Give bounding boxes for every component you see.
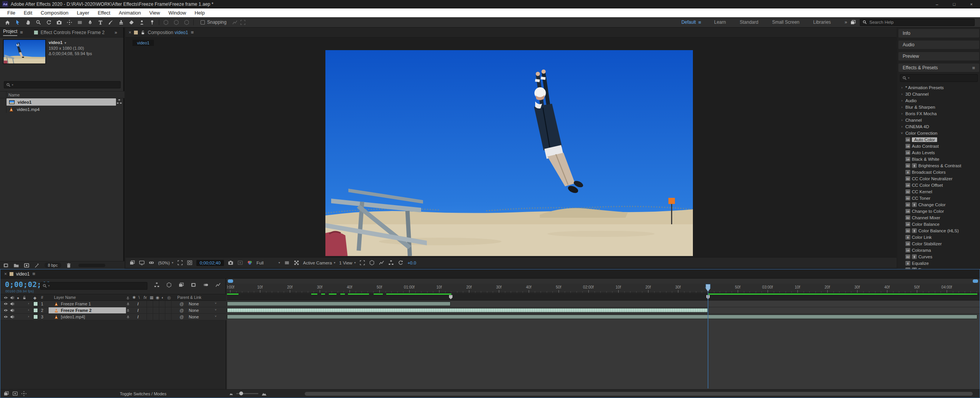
layer-label-color-chip[interactable] — [33, 302, 38, 306]
resolution-dropdown[interactable]: Full▾ — [256, 261, 280, 265]
toggle-switches-modes-button[interactable]: Toggle Switches / Modes — [115, 391, 171, 397]
tool-eraser[interactable] — [126, 18, 137, 27]
new-composition-icon[interactable] — [24, 263, 29, 268]
effects-group[interactable]: › Blur & Sharpen — [898, 104, 980, 110]
chevron-right-icon[interactable]: › — [900, 86, 904, 90]
comp-tab-close-icon[interactable]: × — [129, 30, 131, 35]
parent-link-column-header[interactable]: Parent & Link — [177, 295, 201, 300]
comp-panel-menu-icon[interactable]: ≡ — [191, 29, 194, 35]
close-button[interactable]: × — [963, 0, 980, 8]
layer-name[interactable]: [video1.mp4] — [61, 315, 85, 319]
layer-audio-speaker-icon[interactable] — [10, 308, 15, 313]
tool-axis-local[interactable] — [161, 18, 171, 27]
tool-puppet-pin[interactable] — [147, 18, 157, 27]
expand-layer-switches-icon[interactable] — [3, 391, 9, 396]
minimize-button[interactable]: – — [928, 0, 946, 8]
zoom-slider-track[interactable] — [236, 393, 258, 394]
layer-label-color-chip[interactable] — [33, 315, 38, 319]
layer-audio-speaker-icon[interactable] — [10, 302, 15, 306]
workspace-small-screen[interactable]: Small Screen — [768, 20, 809, 25]
effect-item[interactable]: 16 Change to Color — [898, 208, 980, 214]
menu-animation[interactable]: Animation — [114, 8, 145, 17]
layer-name-column-header[interactable]: Layer Name — [54, 295, 76, 300]
workspace-overflow-chevrons[interactable]: » — [844, 20, 846, 25]
motion-blur-column-icon[interactable]: ◉ — [156, 295, 159, 300]
layer-name[interactable]: Freeze Frame 1 — [61, 302, 91, 306]
draft-3d-icon[interactable] — [166, 282, 172, 288]
effect-item[interactable]: 32 CC Toner — [898, 195, 980, 201]
effects-group[interactable]: › CINEMA 4D — [898, 123, 980, 130]
panel-preview[interactable]: Preview — [898, 52, 979, 60]
expand-in-out-panes-icon[interactable] — [21, 391, 27, 396]
effects-group[interactable]: › * Animation Presets — [898, 84, 980, 91]
layer-audio-speaker-icon[interactable] — [10, 315, 15, 319]
layer-quality-sampling-icon[interactable] — [126, 308, 130, 312]
share-view-icon[interactable] — [359, 260, 365, 266]
snap-bounds-icon[interactable] — [240, 20, 246, 25]
tool-camera[interactable] — [54, 18, 64, 27]
pixel-aspect-icon[interactable] — [379, 260, 384, 266]
region-of-interest-icon[interactable] — [177, 260, 183, 266]
effect-item[interactable]: 16 CC Color Offset — [898, 182, 980, 188]
layer-quality-icon[interactable]: / — [137, 302, 139, 306]
tool-axis-world[interactable] — [171, 18, 181, 27]
project-item-name[interactable]: video1 ▼ — [49, 40, 67, 45]
bit-depth-label[interactable]: 8 bpc — [44, 263, 61, 268]
timeline-horizontal-scrollbar[interactable] — [305, 392, 973, 396]
workspace-libraries[interactable]: Libraries — [809, 20, 841, 25]
layer-duration-bar[interactable] — [227, 302, 451, 306]
primary-viewer-icon[interactable] — [139, 260, 145, 266]
layer-video-eye-icon[interactable] — [3, 315, 8, 319]
tool-selection[interactable] — [13, 18, 23, 27]
layer-duration-bar[interactable] — [227, 315, 977, 319]
tool-brush[interactable] — [106, 18, 116, 27]
graph-editor-icon[interactable] — [215, 282, 221, 288]
menu-view[interactable]: View — [145, 8, 164, 17]
layer-expand-arrow-icon[interactable]: › — [28, 302, 29, 305]
workspace-learn[interactable]: Learn — [710, 20, 736, 25]
color-settings-icon[interactable] — [34, 263, 40, 268]
effects-group[interactable]: › Audio — [898, 97, 980, 104]
effect-item[interactable]: 32 Curves — [898, 253, 980, 260]
zoom-slider-knob[interactable] — [239, 391, 243, 395]
layer-expand-arrow-icon[interactable]: › — [28, 308, 29, 312]
tool-pan-behind[interactable] — [64, 18, 75, 27]
show-snapshot-icon[interactable] — [237, 260, 243, 266]
parent-pickwhip-icon[interactable]: @ — [180, 308, 184, 313]
tool-rotate[interactable] — [44, 18, 54, 27]
layer-row[interactable]: › 1 Freeze Frame 1 / @ None ˅ — [0, 301, 226, 307]
tool-clone-stamp[interactable] — [116, 18, 126, 27]
panel-audio[interactable]: Audio — [898, 41, 979, 49]
effect-item[interactable]: 16 Auto Levels — [898, 149, 980, 156]
tool-zoom[interactable] — [33, 18, 44, 27]
composition-mini-flowchart-icon[interactable] — [154, 282, 160, 288]
effect-item[interactable]: 32 Channel Mixer — [898, 214, 980, 221]
workspace-menu-icon[interactable]: ≡ — [698, 20, 701, 25]
effects-group[interactable]: › 3D Channel — [898, 91, 980, 97]
layer-label-color-chip[interactable] — [33, 308, 38, 313]
view-layout-dropdown[interactable]: 1 View▾ — [339, 261, 356, 265]
effect-item[interactable]: 32 Change Color — [898, 201, 980, 208]
menu-help[interactable]: Help — [190, 8, 209, 17]
exposure-value[interactable]: +0.0 — [407, 261, 416, 265]
menu-window[interactable]: Window — [164, 8, 190, 17]
chevron-down-icon[interactable]: ˅ — [215, 308, 217, 312]
footer-scrollbar[interactable] — [78, 264, 105, 267]
layer-row[interactable]: › 2 Freeze Frame 2 / @ None ˅ — [0, 307, 226, 314]
adjust-exposure-icon[interactable] — [398, 260, 403, 266]
playhead-line[interactable] — [708, 284, 708, 388]
effect-item[interactable]: 32 Color Balance (HLS) — [898, 227, 980, 234]
effect-item[interactable]: 32 CC Color Neutralizer — [898, 175, 980, 182]
project-name-column-header[interactable]: Name — [0, 91, 124, 98]
layer-video-eye-icon[interactable] — [3, 302, 8, 306]
effect-item[interactable]: 16 Color Stabilizer — [898, 240, 980, 247]
zoom-in-mountain-icon[interactable] — [261, 391, 267, 396]
time-navigator-end-handle[interactable] — [973, 279, 978, 283]
chevron-down-icon[interactable]: ˅ — [215, 302, 217, 305]
mask-visibility-icon[interactable] — [187, 260, 193, 266]
viewer-timecode[interactable]: 0;00;02;40 — [196, 260, 224, 266]
effect-item[interactable]: 32 CC Kernel — [898, 188, 980, 195]
effects-panel-menu-icon[interactable]: ≡ — [972, 65, 975, 71]
panel-effects-presets[interactable]: Effects & Presets ≡ — [898, 64, 979, 72]
project-row[interactable]: video1 — [0, 98, 124, 106]
